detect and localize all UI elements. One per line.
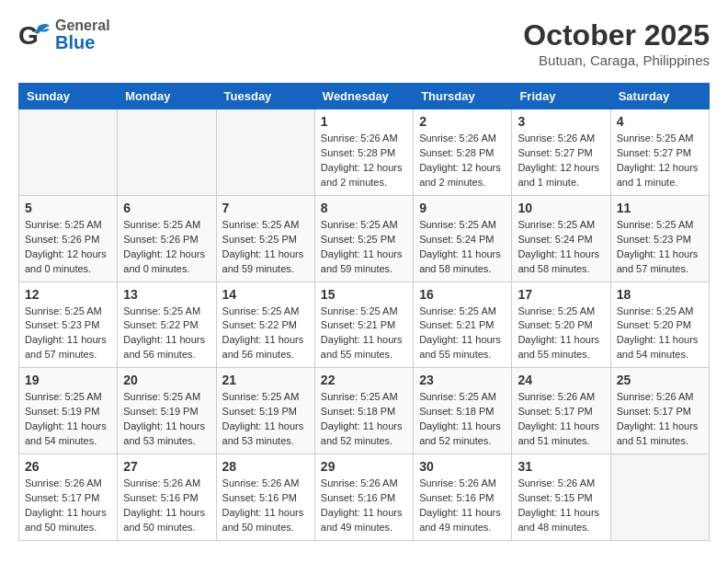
weekday-header: Sunday	[19, 84, 118, 109]
calendar-title: October 2025	[523, 18, 710, 52]
weekday-header: Friday	[512, 84, 610, 109]
calendar-cell: 15Sunrise: 5:25 AM Sunset: 5:21 PM Dayli…	[314, 282, 413, 368]
day-info: Sunrise: 5:25 AM Sunset: 5:18 PM Dayligh…	[321, 390, 407, 449]
calendar-cell: 5Sunrise: 5:25 AM Sunset: 5:26 PM Daylig…	[19, 195, 118, 282]
calendar-cell: 31Sunrise: 5:26 AM Sunset: 5:15 PM Dayli…	[512, 454, 610, 541]
day-info: Sunrise: 5:25 AM Sunset: 5:19 PM Dayligh…	[222, 390, 309, 449]
day-number: 19	[25, 373, 111, 387]
day-number: 12	[25, 287, 111, 302]
day-info: Sunrise: 5:26 AM Sunset: 5:16 PM Dayligh…	[123, 477, 210, 535]
day-info: Sunrise: 5:25 AM Sunset: 5:27 PM Dayligh…	[617, 132, 703, 190]
day-number: 24	[518, 373, 604, 387]
day-info: Sunrise: 5:25 AM Sunset: 5:21 PM Dayligh…	[419, 304, 506, 363]
logo-text: General Blue	[55, 18, 110, 52]
day-number: 31	[518, 459, 604, 474]
calendar-cell	[118, 109, 216, 196]
calendar-cell: 28Sunrise: 5:26 AM Sunset: 5:16 PM Dayli…	[216, 454, 314, 541]
calendar-cell: 19Sunrise: 5:25 AM Sunset: 5:19 PM Dayli…	[19, 368, 118, 454]
calendar-cell: 22Sunrise: 5:25 AM Sunset: 5:18 PM Dayli…	[314, 368, 413, 454]
day-info: Sunrise: 5:26 AM Sunset: 5:17 PM Dayligh…	[25, 477, 111, 535]
day-info: Sunrise: 5:26 AM Sunset: 5:16 PM Dayligh…	[321, 477, 407, 535]
calendar-week-row: 12Sunrise: 5:25 AM Sunset: 5:23 PM Dayli…	[19, 282, 710, 368]
day-info: Sunrise: 5:25 AM Sunset: 5:19 PM Dayligh…	[25, 390, 111, 449]
calendar-cell	[19, 109, 118, 196]
day-number: 6	[123, 201, 210, 215]
day-number: 23	[419, 373, 506, 387]
weekday-header: Tuesday	[216, 84, 314, 109]
day-number: 22	[321, 373, 407, 387]
day-info: Sunrise: 5:25 AM Sunset: 5:24 PM Dayligh…	[518, 218, 604, 277]
day-number: 26	[25, 459, 111, 474]
day-number: 30	[419, 459, 506, 474]
logo-bird-icon: G	[18, 18, 51, 52]
day-number: 27	[123, 459, 210, 474]
day-number: 2	[419, 114, 506, 129]
calendar-week-row: 26Sunrise: 5:26 AM Sunset: 5:17 PM Dayli…	[19, 454, 710, 541]
day-number: 29	[321, 459, 407, 474]
calendar-cell: 3Sunrise: 5:26 AM Sunset: 5:27 PM Daylig…	[512, 109, 610, 196]
calendar-cell: 18Sunrise: 5:25 AM Sunset: 5:20 PM Dayli…	[610, 282, 709, 368]
calendar-subtitle: Butuan, Caraga, Philippines	[523, 52, 710, 68]
logo-general-text: General	[55, 18, 110, 33]
day-number: 10	[518, 201, 604, 215]
calendar-title-block: October 2025 Butuan, Caraga, Philippines	[523, 18, 710, 68]
day-number: 7	[222, 201, 309, 215]
calendar-cell: 16Sunrise: 5:25 AM Sunset: 5:21 PM Dayli…	[414, 282, 512, 368]
calendar-cell: 9Sunrise: 5:25 AM Sunset: 5:24 PM Daylig…	[414, 195, 512, 282]
day-number: 3	[518, 114, 604, 129]
calendar-cell: 11Sunrise: 5:25 AM Sunset: 5:23 PM Dayli…	[610, 195, 709, 282]
calendar-cell: 25Sunrise: 5:26 AM Sunset: 5:17 PM Dayli…	[610, 368, 709, 454]
calendar-week-row: 5Sunrise: 5:25 AM Sunset: 5:26 PM Daylig…	[19, 195, 710, 282]
calendar-cell: 10Sunrise: 5:25 AM Sunset: 5:24 PM Dayli…	[512, 195, 610, 282]
day-number: 28	[222, 459, 309, 474]
day-info: Sunrise: 5:26 AM Sunset: 5:27 PM Dayligh…	[518, 132, 604, 190]
day-number: 25	[617, 373, 703, 387]
calendar-cell: 8Sunrise: 5:25 AM Sunset: 5:25 PM Daylig…	[314, 195, 413, 282]
calendar-cell: 1Sunrise: 5:26 AM Sunset: 5:28 PM Daylig…	[314, 109, 413, 196]
day-info: Sunrise: 5:25 AM Sunset: 5:22 PM Dayligh…	[222, 304, 309, 363]
day-info: Sunrise: 5:25 AM Sunset: 5:22 PM Dayligh…	[123, 304, 210, 363]
day-info: Sunrise: 5:25 AM Sunset: 5:26 PM Dayligh…	[123, 218, 210, 277]
day-info: Sunrise: 5:25 AM Sunset: 5:19 PM Dayligh…	[123, 390, 210, 449]
day-info: Sunrise: 5:26 AM Sunset: 5:16 PM Dayligh…	[222, 477, 309, 535]
calendar-cell: 6Sunrise: 5:25 AM Sunset: 5:26 PM Daylig…	[118, 195, 216, 282]
day-number: 16	[419, 287, 506, 302]
day-info: Sunrise: 5:25 AM Sunset: 5:23 PM Dayligh…	[617, 218, 703, 277]
day-number: 9	[419, 201, 506, 215]
calendar-cell: 26Sunrise: 5:26 AM Sunset: 5:17 PM Dayli…	[19, 454, 118, 541]
day-info: Sunrise: 5:25 AM Sunset: 5:21 PM Dayligh…	[321, 304, 407, 363]
weekday-header: Saturday	[610, 84, 709, 109]
day-info: Sunrise: 5:26 AM Sunset: 5:17 PM Dayligh…	[617, 390, 703, 449]
calendar-cell: 17Sunrise: 5:25 AM Sunset: 5:20 PM Dayli…	[512, 282, 610, 368]
day-info: Sunrise: 5:26 AM Sunset: 5:15 PM Dayligh…	[518, 477, 604, 535]
logo: G General Blue	[18, 18, 110, 52]
calendar-cell: 21Sunrise: 5:25 AM Sunset: 5:19 PM Dayli…	[216, 368, 314, 454]
day-number: 5	[25, 201, 111, 215]
calendar-cell: 29Sunrise: 5:26 AM Sunset: 5:16 PM Dayli…	[314, 454, 413, 541]
calendar-cell	[610, 454, 709, 541]
day-info: Sunrise: 5:25 AM Sunset: 5:26 PM Dayligh…	[25, 218, 111, 277]
day-info: Sunrise: 5:26 AM Sunset: 5:17 PM Dayligh…	[518, 390, 604, 449]
day-number: 15	[321, 287, 407, 302]
day-number: 20	[123, 373, 210, 387]
day-info: Sunrise: 5:26 AM Sunset: 5:16 PM Dayligh…	[419, 477, 506, 535]
day-number: 11	[617, 201, 703, 215]
calendar-cell	[216, 109, 314, 196]
calendar-table: SundayMondayTuesdayWednesdayThursdayFrid…	[18, 83, 710, 541]
day-info: Sunrise: 5:25 AM Sunset: 5:23 PM Dayligh…	[25, 304, 111, 363]
calendar-cell: 2Sunrise: 5:26 AM Sunset: 5:28 PM Daylig…	[414, 109, 512, 196]
calendar-cell: 4Sunrise: 5:25 AM Sunset: 5:27 PM Daylig…	[610, 109, 709, 196]
calendar-header-row: SundayMondayTuesdayWednesdayThursdayFrid…	[19, 84, 710, 109]
day-info: Sunrise: 5:25 AM Sunset: 5:20 PM Dayligh…	[518, 304, 604, 363]
day-info: Sunrise: 5:25 AM Sunset: 5:20 PM Dayligh…	[617, 304, 703, 363]
day-info: Sunrise: 5:26 AM Sunset: 5:28 PM Dayligh…	[321, 132, 407, 190]
day-number: 13	[123, 287, 210, 302]
day-number: 14	[222, 287, 309, 302]
day-number: 21	[222, 373, 309, 387]
calendar-cell: 24Sunrise: 5:26 AM Sunset: 5:17 PM Dayli…	[512, 368, 610, 454]
calendar-cell: 23Sunrise: 5:25 AM Sunset: 5:18 PM Dayli…	[414, 368, 512, 454]
day-number: 17	[518, 287, 604, 302]
weekday-header: Thursday	[414, 84, 512, 109]
calendar-cell: 20Sunrise: 5:25 AM Sunset: 5:19 PM Dayli…	[118, 368, 216, 454]
calendar-cell: 13Sunrise: 5:25 AM Sunset: 5:22 PM Dayli…	[118, 282, 216, 368]
